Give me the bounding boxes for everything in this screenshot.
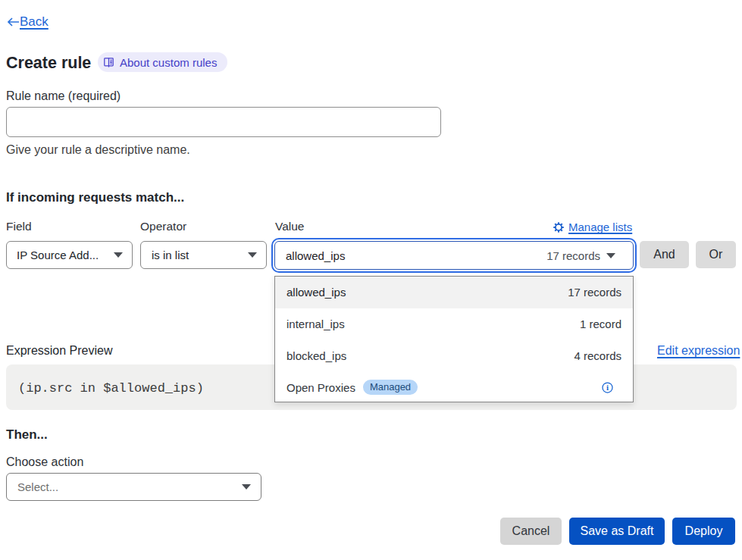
- svg-text:i: i: [606, 383, 609, 392]
